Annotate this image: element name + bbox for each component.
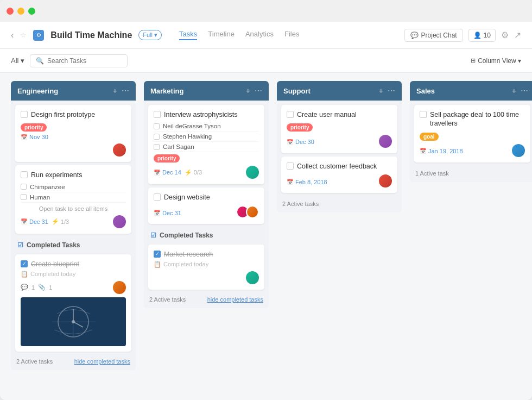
- search-input[interactable]: [47, 57, 122, 65]
- sub-checkbox[interactable]: [154, 144, 160, 150]
- hide-completed-marketing[interactable]: hide completed tasks: [207, 296, 263, 303]
- avatar: [246, 271, 259, 284]
- app-window: ‹ ☆ ⚙ Build Time Machine Full ▾ Tasks Ti…: [0, 0, 532, 400]
- column-footer-marketing: 2 Active tasks hide completed tasks: [148, 293, 264, 304]
- project-title: Build Time Machine: [50, 30, 132, 40]
- column-footer-sales: 1 Active task: [414, 166, 530, 178]
- nav-timeline[interactable]: Timeline: [208, 30, 235, 40]
- search-icon: 🔍: [36, 57, 44, 65]
- task-checkbox[interactable]: [21, 171, 28, 178]
- hide-completed-engineering[interactable]: hide completed tasks: [74, 358, 130, 365]
- calendar-icon: 📅: [154, 210, 160, 216]
- close-button[interactable]: [7, 8, 14, 15]
- column-view-button[interactable]: ⊞ Column View ▾: [471, 57, 521, 65]
- nav-analytics[interactable]: Analytics: [245, 30, 274, 40]
- column-header-engineering: Engineering + ⋯: [11, 81, 136, 101]
- priority-badge: priority: [154, 154, 180, 162]
- all-filter-button[interactable]: All ▾: [11, 57, 24, 65]
- add-task-marketing[interactable]: +: [246, 86, 250, 95]
- task-checkbox[interactable]: [287, 162, 294, 170]
- task-checkbox[interactable]: [154, 111, 161, 118]
- sub-checkbox[interactable]: [21, 194, 27, 200]
- active-count: 2 Active tasks: [16, 358, 53, 365]
- priority-badge: priority: [287, 123, 313, 132]
- full-badge[interactable]: Full ▾: [138, 30, 162, 40]
- sub-item: Human: [21, 192, 126, 203]
- add-task-support[interactable]: +: [379, 86, 383, 95]
- sub-checkbox[interactable]: [21, 184, 27, 190]
- calendar-icon: 📅: [154, 170, 160, 176]
- column-title-marketing: Marketing: [150, 87, 183, 95]
- project-chat-button[interactable]: 💬 Project Chat: [404, 29, 463, 42]
- avatar: [246, 166, 259, 179]
- more-engineering[interactable]: ⋯: [122, 86, 129, 95]
- add-task-sales[interactable]: +: [512, 86, 516, 95]
- titlebar: [0, 0, 532, 22]
- attachment-count: 1: [49, 284, 52, 291]
- task-sell-package: Sell package deal to 100 time travellers…: [414, 105, 530, 162]
- add-task-engineering[interactable]: +: [113, 86, 117, 95]
- sub-items: Chimpanzee Human: [21, 182, 126, 203]
- sub-items: Neil deGrasse Tyson Stephen Hawking Carl…: [154, 121, 259, 152]
- task-checkbox[interactable]: [287, 111, 294, 118]
- more-marketing[interactable]: ⋯: [255, 86, 262, 95]
- sub-item: Stephen Hawking: [154, 132, 259, 142]
- task-date-value: Dec 14: [162, 169, 181, 176]
- sub-checkbox[interactable]: [154, 123, 160, 129]
- minimize-button[interactable]: [17, 8, 24, 15]
- calendar-icon: 📅: [21, 218, 27, 224]
- calendar-icon: 📅: [21, 134, 27, 140]
- task-checkbox[interactable]: [420, 111, 427, 118]
- avatar: [113, 215, 126, 228]
- task-name: Market research: [164, 250, 259, 259]
- task-date-value: Dec 31: [162, 210, 181, 216]
- see-all-items[interactable]: Open task to see all items: [21, 205, 126, 212]
- task-checkbox[interactable]: [21, 111, 28, 118]
- column-actions-marketing: + ⋯: [246, 86, 262, 95]
- task-run-experiments: Run experiments Chimpanzee Human Open ta…: [15, 165, 131, 233]
- more-support[interactable]: ⋯: [388, 86, 395, 95]
- column-body-sales: Sell package deal to 100 time travellers…: [410, 101, 532, 182]
- back-button[interactable]: ‹: [11, 30, 14, 40]
- subtask-count: ⚡ 0/3: [185, 169, 202, 176]
- priority-badge: priority: [21, 123, 47, 132]
- task-name: Design first prototype: [31, 110, 126, 119]
- members-icon: 👤: [473, 32, 482, 39]
- calendar-icon: 📅: [287, 179, 293, 185]
- settings-icon[interactable]: ⚙: [501, 30, 509, 40]
- goal-badge: goal: [420, 133, 439, 141]
- column-body-marketing: Interview astrophysicists Neil deGrasse …: [144, 101, 269, 308]
- share-icon[interactable]: ↗: [514, 30, 521, 40]
- nav-links: Tasks Timeline Analytics Files: [179, 30, 299, 40]
- sub-item: Neil deGrasse Tyson: [154, 121, 259, 132]
- task-name: Run experiments: [31, 171, 126, 179]
- members-badge[interactable]: 👤 10: [468, 29, 496, 42]
- completed-date: 📋 Completed today: [154, 261, 259, 268]
- column-header-support: Support + ⋯: [277, 81, 402, 101]
- favorite-button[interactable]: ☆: [20, 31, 27, 39]
- task-date-value: Jan 19, 2018: [428, 148, 463, 154]
- nav-tasks[interactable]: Tasks: [179, 30, 197, 40]
- task-checkbox[interactable]: [154, 193, 161, 201]
- sub-label: Chimpanzee: [30, 184, 65, 190]
- task-name: Interview astrophysicists: [164, 110, 259, 119]
- task-checkbox-checked[interactable]: ✓: [21, 260, 28, 267]
- topbar-right: 💬 Project Chat 👤 10 ⚙ ↗: [404, 29, 521, 42]
- more-sales[interactable]: ⋯: [521, 86, 528, 95]
- sub-checkbox[interactable]: [154, 134, 160, 140]
- task-checkbox-checked[interactable]: ✓: [154, 251, 161, 258]
- maximize-button[interactable]: [28, 8, 35, 15]
- search-box: 🔍: [30, 54, 128, 67]
- column-marketing: Marketing + ⋯ Interview astrophysicists: [144, 81, 269, 308]
- active-count: 2 Active tasks: [149, 296, 186, 303]
- task-name: Sell package deal to 100 time travellers: [430, 110, 525, 128]
- task-date-value: Dec 31: [29, 218, 48, 225]
- sub-label: Carl Sagan: [163, 143, 194, 150]
- column-support: Support + ⋯ Create user manual priority: [277, 81, 402, 212]
- chat-icon: 💬: [410, 32, 419, 39]
- calendar-icon: 📅: [287, 139, 293, 145]
- task-name: Create blueprint: [31, 260, 126, 268]
- svg-line-2: [73, 322, 83, 327]
- nav-files[interactable]: Files: [284, 30, 299, 40]
- sub-item: Carl Sagan: [154, 142, 259, 152]
